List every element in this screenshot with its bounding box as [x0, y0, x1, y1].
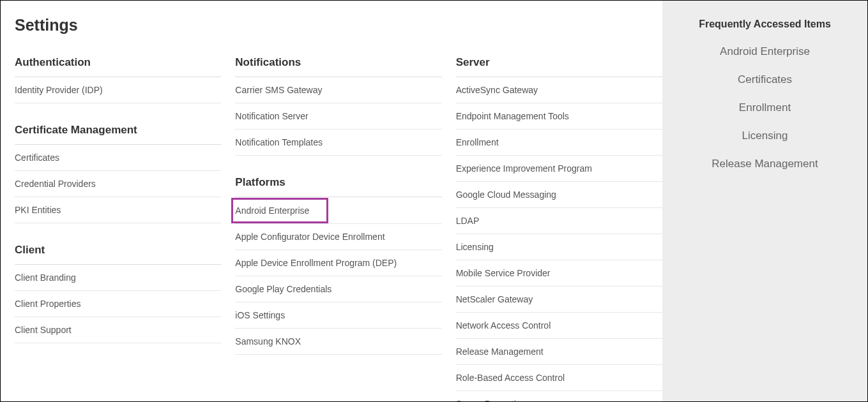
settings-item-netscaler-gateway[interactable]: NetScaler Gateway [456, 287, 662, 313]
section-header-client: Client [15, 244, 221, 265]
section-server: ServerActiveSync GatewayEndpoint Managem… [456, 56, 662, 401]
settings-item-licensing[interactable]: Licensing [456, 234, 662, 260]
settings-item-client-branding[interactable]: Client Branding [15, 265, 221, 291]
settings-item-google-play-credentials[interactable]: Google Play Credentials [235, 276, 441, 302]
settings-item-google-cloud-messaging[interactable]: Google Cloud Messaging [456, 182, 662, 208]
settings-item-apple-device-enrollment-program-dep[interactable]: Apple Device Enrollment Program (DEP) [235, 250, 441, 276]
settings-item-enrollment[interactable]: Enrollment [456, 130, 662, 156]
settings-item-apple-configurator-device-enrollment[interactable]: Apple Configurator Device Enrollment [235, 224, 441, 250]
frequently-accessed-item-certificates[interactable]: Certificates [669, 73, 861, 86]
section-header-server: Server [456, 56, 662, 77]
settings-item-client-support[interactable]: Client Support [15, 317, 221, 343]
frequently-accessed-item-enrollment[interactable]: Enrollment [669, 101, 861, 114]
frequently-accessed-item-release-management[interactable]: Release Management [669, 158, 861, 170]
settings-item-notification-server[interactable]: Notification Server [235, 103, 441, 130]
settings-item-mobile-service-provider[interactable]: Mobile Service Provider [456, 260, 662, 287]
section-authentication: AuthenticationIdentity Provider (IDP) [15, 56, 221, 103]
frequently-accessed-title: Frequently Accessed Items [669, 19, 861, 30]
page-title: Settings [15, 16, 662, 34]
settings-item-identity-provider-idp[interactable]: Identity Provider (IDP) [15, 77, 221, 103]
settings-item-release-management[interactable]: Release Management [456, 339, 662, 365]
settings-item-activesync-gateway[interactable]: ActiveSync Gateway [456, 77, 662, 103]
settings-column: NotificationsCarrier SMS GatewayNotifica… [235, 56, 441, 401]
settings-column: ServerActiveSync GatewayEndpoint Managem… [456, 56, 662, 401]
frequently-accessed-item-licensing[interactable]: Licensing [669, 130, 861, 142]
settings-item-ldap[interactable]: LDAP [456, 208, 662, 234]
section-certificate-management: Certificate ManagementCertificatesCreden… [15, 124, 221, 223]
section-header-notifications: Notifications [235, 56, 441, 77]
settings-item-pki-entities[interactable]: PKI Entities [15, 197, 221, 223]
section-client: ClientClient BrandingClient PropertiesCl… [15, 244, 221, 343]
frequently-accessed-list: Android EnterpriseCertificatesEnrollment… [669, 45, 861, 170]
settings-item-network-access-control[interactable]: Network Access Control [456, 313, 662, 339]
settings-item-experience-improvement-program[interactable]: Experience Improvement Program [456, 156, 662, 182]
frequently-accessed-item-android-enterprise[interactable]: Android Enterprise [669, 45, 861, 58]
settings-item-carrier-sms-gateway[interactable]: Carrier SMS Gateway [235, 77, 441, 103]
settings-item-wrap-android-enterprise: Android Enterprise [235, 197, 441, 224]
main-area: Settings AuthenticationIdentity Provider… [1, 1, 662, 401]
section-header-platforms: Platforms [235, 176, 441, 197]
section-header-certificate-management: Certificate Management [15, 124, 221, 145]
settings-item-ios-settings[interactable]: iOS Settings [235, 302, 441, 329]
settings-item-role-based-access-control[interactable]: Role-Based Access Control [456, 365, 662, 391]
settings-item-client-properties[interactable]: Client Properties [15, 291, 221, 317]
settings-column: AuthenticationIdentity Provider (IDP)Cer… [15, 56, 221, 401]
page-frame: Settings AuthenticationIdentity Provider… [0, 0, 868, 402]
settings-item-android-enterprise[interactable]: Android Enterprise [232, 199, 327, 222]
settings-item-notification-templates[interactable]: Notification Templates [235, 130, 441, 156]
settings-item-samsung-knox[interactable]: Samsung KNOX [235, 329, 441, 355]
section-platforms: PlatformsAndroid EnterpriseApple Configu… [235, 176, 441, 355]
settings-item-endpoint-management-tools[interactable]: Endpoint Management Tools [456, 103, 662, 130]
settings-columns: AuthenticationIdentity Provider (IDP)Cer… [15, 56, 662, 401]
settings-item-credential-providers[interactable]: Credential Providers [15, 171, 221, 197]
frequently-accessed-panel: Frequently Accessed Items Android Enterp… [662, 1, 867, 401]
section-header-authentication: Authentication [15, 56, 221, 77]
settings-item-server-properties[interactable]: Server Properties [456, 391, 662, 401]
settings-item-certificates[interactable]: Certificates [15, 145, 221, 171]
section-notifications: NotificationsCarrier SMS GatewayNotifica… [235, 56, 441, 156]
